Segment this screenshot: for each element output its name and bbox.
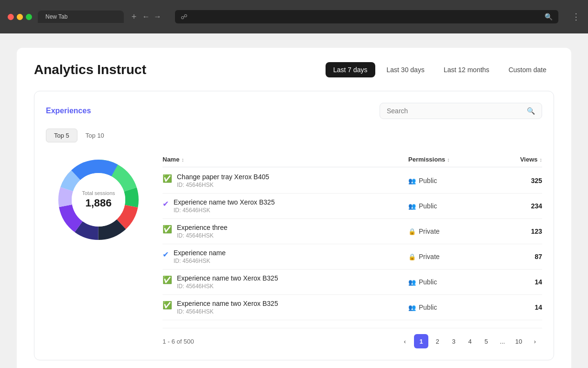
row-id: ID: 45646HSK	[177, 308, 278, 315]
status-icon-green-check: ✅	[163, 174, 172, 183]
pagination: 1 - 6 of 500 ‹ 1 2 3 4 5 ... 10 ›	[163, 328, 542, 348]
col-views: Views ↕	[494, 156, 542, 163]
maximize-dot[interactable]	[26, 14, 32, 20]
sort-perm-icon[interactable]: ↕	[447, 157, 450, 162]
sort-views-icon[interactable]: ↕	[540, 157, 543, 162]
row-name-cell: ✅ Experience name two Xerox B325 ID: 456…	[163, 274, 408, 290]
next-page-button[interactable]: ›	[528, 334, 542, 348]
views-cell: 123	[494, 227, 542, 235]
sort-name-icon[interactable]: ↕	[181, 157, 184, 162]
close-dot[interactable]	[8, 14, 14, 20]
row-name: Experience name two Xerox B325	[177, 300, 278, 307]
menu-icon[interactable]: ⋮	[572, 11, 580, 22]
table-row: ✅ Experience name two Xerox B325 ID: 456…	[163, 295, 542, 320]
browser-chrome: New Tab + ← → ☍ 🔍 ⋮	[0, 0, 588, 33]
row-name-cell: ✅ Change paper tray Xerox B405 ID: 45646…	[163, 173, 408, 188]
table-row: ✅ Experience name two Xerox B325 ID: 456…	[163, 270, 542, 295]
table-row: ✅ Experience three ID: 45646HSK 🔒 Privat…	[163, 219, 542, 244]
status-icon-blue-check: ✅	[163, 225, 172, 234]
donut-value: 1,886	[82, 197, 115, 209]
private-icon: 🔒	[408, 253, 416, 260]
row-id: ID: 45646HSK	[177, 232, 228, 239]
browser-tab[interactable]: New Tab	[38, 11, 124, 23]
experiences-card: Experiences 🔍 Top 5 Top 10	[34, 91, 554, 360]
status-icon-blue-check3: ✅	[163, 275, 172, 284]
forward-button[interactable]: →	[154, 12, 162, 21]
row-name: Change paper tray Xerox B405	[177, 173, 269, 181]
donut-label: Total sessions	[82, 190, 115, 196]
experiences-title: Experiences	[46, 107, 91, 115]
page-3-button[interactable]: 3	[446, 334, 461, 348]
views-cell: 14	[494, 278, 542, 286]
row-id: ID: 45646HSK	[177, 283, 278, 290]
page-1-button[interactable]: 1	[414, 334, 428, 348]
chart-area: Total sessions 1,886	[46, 152, 151, 348]
table-header: Name ↕ Permissions ↕ Views ↕	[163, 152, 542, 167]
perm-cell: 🔒 Private	[408, 227, 494, 235]
donut-center: Total sessions 1,886	[82, 190, 115, 209]
perm-cell: 👥 Public	[408, 177, 494, 184]
filter-12months[interactable]: Last 12 months	[436, 62, 497, 77]
row-name-cell: ✔ Experience name two Xerox B325 ID: 456…	[163, 198, 408, 214]
status-icon-red-check: ✅	[163, 301, 172, 310]
page-5-button[interactable]: 5	[479, 334, 493, 348]
table-row: ✔ Experience name ID: 45646HSK 🔒 Private…	[163, 244, 542, 270]
row-name: Experience name two Xerox B325	[177, 274, 278, 282]
nav-controls: ← →	[142, 12, 162, 21]
new-tab-button[interactable]: +	[131, 12, 137, 22]
minimize-dot[interactable]	[17, 14, 23, 20]
experiences-table: Name ↕ Permissions ↕ Views ↕	[163, 152, 542, 348]
page-wrapper: Analytics Instruct Last 7 days Last 30 d…	[0, 33, 588, 368]
perm-cell: 👥 Public	[408, 202, 494, 210]
row-name: Experience name two Xerox B325	[174, 198, 275, 206]
app-container: Analytics Instruct Last 7 days Last 30 d…	[17, 48, 571, 368]
filter-30days[interactable]: Last 30 days	[379, 62, 432, 77]
filter-7days[interactable]: Last 7 days	[326, 62, 375, 77]
views-cell: 14	[494, 303, 542, 311]
experiences-body: Total sessions 1,886 Name ↕ Permissions	[46, 152, 542, 348]
page-2-button[interactable]: 2	[430, 334, 445, 348]
status-icon-purple-check: ✔	[163, 199, 169, 208]
page-dots: ...	[495, 334, 510, 348]
status-icon-blue-check2: ✔	[163, 250, 169, 259]
tab-top10[interactable]: Top 10	[77, 129, 112, 142]
public-icon: 👥	[408, 203, 416, 210]
col-name: Name ↕	[163, 156, 408, 163]
perm-cell: 👥 Public	[408, 278, 494, 286]
tab-top5[interactable]: Top 5	[46, 129, 77, 142]
back-button[interactable]: ←	[142, 12, 150, 21]
public-icon: 👥	[408, 177, 416, 184]
search-icon: 🔍	[527, 107, 535, 115]
pagination-info: 1 - 6 of 500	[163, 338, 194, 345]
row-name-cell: ✅ Experience name two Xerox B325 ID: 456…	[163, 300, 408, 315]
table-row: ✔ Experience name two Xerox B325 ID: 456…	[163, 194, 542, 219]
browser-dots	[8, 14, 32, 20]
page-4-button[interactable]: 4	[463, 334, 477, 348]
bookmark-icon: ☍	[181, 13, 187, 21]
address-bar[interactable]	[191, 13, 541, 21]
views-cell: 87	[494, 253, 542, 260]
views-cell: 325	[494, 177, 542, 184]
experiences-header: Experiences 🔍	[46, 103, 542, 119]
row-name-cell: ✔ Experience name ID: 45646HSK	[163, 249, 408, 264]
views-cell: 234	[494, 202, 542, 210]
page-10-button[interactable]: 10	[512, 334, 526, 348]
tab-label: New Tab	[45, 13, 67, 20]
perm-cell: 🔒 Private	[408, 253, 494, 260]
address-search-icon: 🔍	[544, 13, 553, 21]
prev-page-button[interactable]: ‹	[398, 334, 412, 348]
search-input[interactable]	[387, 107, 523, 115]
row-name: Experience three	[177, 224, 228, 231]
row-name-cell: ✅ Experience three ID: 45646HSK	[163, 224, 408, 239]
pagination-controls: ‹ 1 2 3 4 5 ... 10 ›	[398, 334, 542, 348]
filter-custom[interactable]: Custom date	[501, 62, 554, 77]
perm-cell: 👥 Public	[408, 303, 494, 311]
private-icon: 🔒	[408, 228, 416, 235]
donut-chart: Total sessions 1,886	[51, 152, 146, 248]
date-filters: Last 7 days Last 30 days Last 12 months …	[326, 62, 554, 77]
row-id: ID: 45646HSK	[174, 207, 275, 214]
row-id: ID: 45646HSK	[177, 182, 269, 188]
table-row: ✅ Change paper tray Xerox B405 ID: 45646…	[163, 168, 542, 194]
row-id: ID: 45646HSK	[174, 258, 226, 264]
row-name: Experience name	[174, 249, 226, 257]
